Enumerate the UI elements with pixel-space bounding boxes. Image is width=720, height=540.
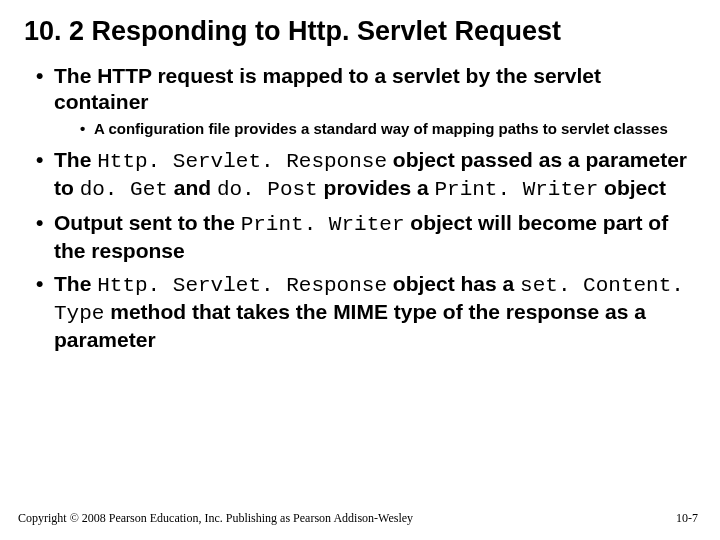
slide: 10. 2 Responding to Http. Servlet Reques…	[0, 0, 720, 540]
code-text: do. Post	[217, 178, 318, 201]
sub-bullet-item: A configuration file provides a standard…	[80, 120, 692, 139]
code-text: Print. Writer	[241, 213, 405, 236]
sub-bullet-list: A configuration file provides a standard…	[54, 120, 692, 139]
bullet-list: The HTTP request is mapped to a servlet …	[24, 63, 692, 352]
text: and	[168, 176, 217, 199]
code-text: Http. Servlet. Response	[97, 274, 387, 297]
text: The HTTP request is mapped to a servlet …	[54, 64, 601, 113]
text: Output sent to the	[54, 211, 241, 234]
bullet-item: The Http. Servlet. Response object passe…	[34, 147, 692, 202]
code-text: do. Get	[80, 178, 168, 201]
bullet-item: The Http. Servlet. Response object has a…	[34, 271, 692, 352]
bullet-item: The HTTP request is mapped to a servlet …	[34, 63, 692, 139]
text: The	[54, 272, 97, 295]
text: object	[598, 176, 666, 199]
text: The	[54, 148, 97, 171]
text: provides a	[318, 176, 435, 199]
copyright-footer: Copyright © 2008 Pearson Education, Inc.…	[18, 511, 413, 526]
text: method that takes the MIME type of the r…	[54, 300, 646, 351]
slide-title: 10. 2 Responding to Http. Servlet Reques…	[24, 16, 692, 47]
text: A configuration file provides a standard…	[94, 120, 668, 137]
text: object has a	[387, 272, 520, 295]
page-number: 10-7	[676, 511, 698, 526]
code-text: Http. Servlet. Response	[97, 150, 387, 173]
code-text: Print. Writer	[434, 178, 598, 201]
bullet-item: Output sent to the Print. Writer object …	[34, 210, 692, 263]
